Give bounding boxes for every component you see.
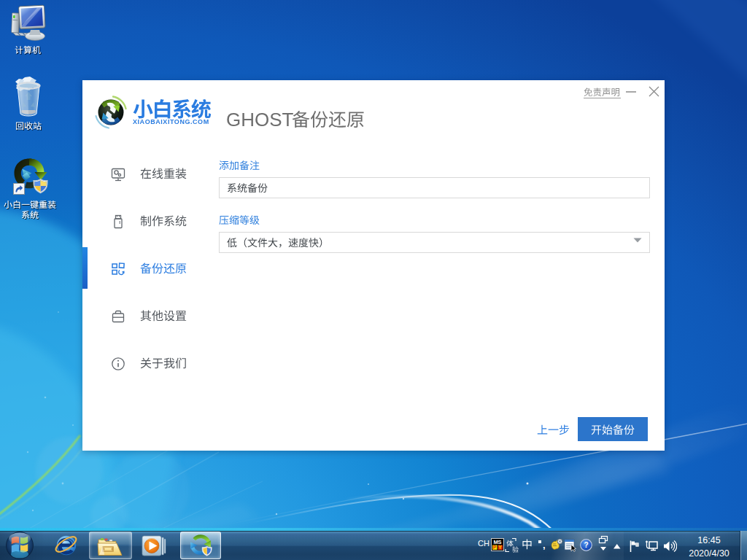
svg-text:GHOST: GHOST xyxy=(226,109,294,131)
svg-text:Y: Y xyxy=(498,545,502,550)
svg-text:2020/4/30: 2020/4/30 xyxy=(689,548,729,559)
svg-text:,: , xyxy=(543,540,546,551)
svg-text:?: ? xyxy=(584,541,588,549)
svg-text:16:45: 16:45 xyxy=(697,535,720,545)
svg-text:CH: CH xyxy=(478,539,489,548)
svg-text:P: P xyxy=(493,545,497,550)
svg-text:XIAOBAIXITONG.COM: XIAOBAIXITONG.COM xyxy=(133,118,209,125)
